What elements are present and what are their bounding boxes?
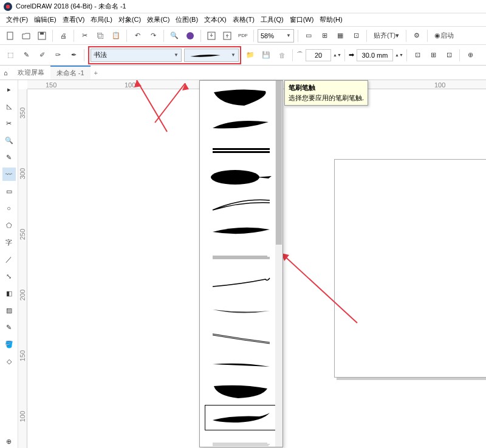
brush-item-14[interactable] [205,432,278,447]
fullscreen-button[interactable]: ▭ [302,29,315,42]
save-brush-button[interactable]: 💾 [259,49,273,62]
grid-button[interactable]: ▦ [334,29,347,42]
menu-edit[interactable]: 编辑(E) [32,14,59,25]
rulers-button[interactable]: ⊞ [318,29,331,42]
connector-tool[interactable]: ⤡ [2,270,16,283]
title-text: CorelDRAW 2018 (64-Bit) - 未命名 -1 [16,2,126,11]
menu-object[interactable]: 对象(C) [116,14,143,25]
eyedropper-tool[interactable]: ✎ [2,321,16,334]
tab-welcome[interactable]: 欢迎屏幕 [12,66,50,79]
smoothing-spinner[interactable]: ▲▼ [334,49,341,62]
parallel-dim-tool[interactable]: ／ [2,253,16,266]
brush-list[interactable] [200,81,282,447]
brush-item-8[interactable] [205,271,278,297]
rectangle-tool[interactable]: ▭ [2,185,16,198]
polygon-tool[interactable]: ⬠ [2,219,16,232]
width-spinner[interactable]: ▲▼ [395,49,403,62]
brush-category-dropdown[interactable]: 书法 ▼ [91,49,182,62]
menu-window[interactable]: 窗口(W) [287,14,317,25]
preset-4-button[interactable]: ✑ [51,49,64,62]
chevron-down-icon: ▼ [286,33,291,38]
zoom-tool[interactable]: 🔍 [2,134,16,147]
menu-file[interactable]: 文件(F) [4,14,30,25]
outline-tool[interactable]: ◇ [2,355,16,368]
preset-5-button[interactable]: ✒ [67,49,80,62]
pdf-button[interactable]: PDF [236,29,250,42]
delete-brush-button[interactable]: 🗑 [275,49,289,62]
brush-item-5[interactable] [205,191,278,217]
menu-view[interactable]: 查看(V) [60,14,87,25]
brush-item-4[interactable] [205,165,278,190]
menu-effect[interactable]: 效果(C) [145,14,172,25]
export-button[interactable] [221,29,234,42]
import-button[interactable] [205,29,218,42]
brush-item-3[interactable] [205,138,278,163]
freehand-tool[interactable]: ✎ [2,151,16,164]
tab-document[interactable]: 未命名 -1 [50,66,91,80]
mesh-button[interactable] [183,29,197,42]
brush-scrollbar[interactable] [275,81,282,447]
redo-button[interactable]: ↷ [146,29,160,42]
brush-stroke-popup [199,80,283,447]
scrollbar-thumb[interactable] [276,81,282,245]
launch-button[interactable]: ◉ 启动 [431,29,457,42]
brush-item-9[interactable] [205,298,278,324]
print-button[interactable]: 🖨 [56,29,70,42]
save-button[interactable] [35,29,49,42]
drop-shadow-tool[interactable]: ◧ [2,287,16,300]
menu-tools[interactable]: 工具(Q) [258,14,286,25]
brush-item-2[interactable] [205,111,278,137]
copy-button[interactable]: ⿻ [94,29,107,42]
brush-item-10[interactable] [205,325,278,350]
cut-button[interactable]: ✂ [78,29,91,42]
snap-button[interactable]: 贴齐(T) ▾ [371,29,402,42]
annotation-arrow-2 [149,83,204,132]
guidelines-button[interactable]: ⊡ [349,29,363,42]
menu-help[interactable]: 帮助(H) [317,14,344,25]
bbox-button[interactable]: ⊡ [411,49,424,62]
menu-text[interactable]: 文本(X) [202,14,229,25]
pick-tool[interactable]: ▸ [2,83,16,96]
preset-3-button[interactable]: ✐ [35,49,49,62]
misc-2-button[interactable]: ⊡ [442,49,456,62]
ellipse-tool[interactable]: ○ [2,202,16,215]
add-button[interactable]: ⊕ [464,49,477,62]
svg-rect-7 [213,151,270,153]
preset-1-button[interactable]: ⬚ [4,49,17,62]
transparency-tool[interactable]: ▨ [2,304,16,317]
new-doc-button[interactable] [4,29,17,42]
browse-button[interactable]: 📁 [244,49,257,62]
undo-button[interactable]: ↶ [131,29,144,42]
menu-layout[interactable]: 布局(L) [88,14,114,25]
canvas-area[interactable]: 150 100 50 50 100 350 300 250 200 150 10… [18,80,486,448]
brush-item-1[interactable] [205,84,278,110]
add-tab-button[interactable]: + [91,69,101,76]
crop-tool[interactable]: ✂ [2,117,16,130]
brush-tooltip: 笔刷笔触 选择您要应用的笔刷笔触. [284,80,368,106]
artistic-media-tool[interactable]: 〰 [2,168,16,181]
home-icon[interactable]: ⌂ [4,69,8,76]
brush-item-11[interactable] [205,351,278,377]
fill-tool[interactable]: 🪣 [2,338,16,351]
shape-tool[interactable]: ◺ [2,100,16,113]
open-button[interactable] [19,29,33,42]
brush-item-7[interactable] [205,245,278,270]
paste-button[interactable]: 📋 [109,29,123,42]
text-tool[interactable]: 字 [2,236,16,249]
brush-item-12[interactable] [205,378,278,404]
options-button[interactable]: ⚙ [410,29,423,42]
brush-item-6[interactable] [205,218,278,243]
zoom-dropdown[interactable]: 58% ▼ [258,29,294,42]
expand-toolbox-button[interactable]: ⊕ [2,435,16,448]
svg-point-3 [187,32,194,39]
misc-1-button[interactable]: ⊞ [426,49,440,62]
search-button[interactable]: 🔍 [168,29,181,42]
menu-bitmap[interactable]: 位图(B) [173,14,200,25]
brush-item-13[interactable] [205,405,278,430]
drawing-page[interactable] [334,159,486,378]
menu-table[interactable]: 表格(T) [230,14,257,25]
smoothing-input[interactable] [306,49,331,61]
preset-2-button[interactable]: ✎ [19,49,33,62]
brush-stroke-dropdown[interactable]: ▼ [184,49,239,62]
stroke-width-input[interactable] [357,49,393,61]
